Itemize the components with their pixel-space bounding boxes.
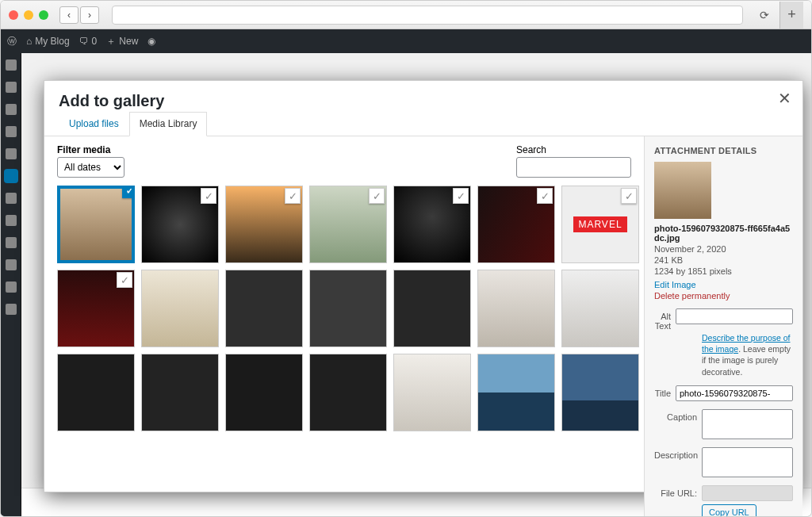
alt-text-label: Alt Text: [654, 308, 671, 331]
details-filename: photo-1596079320875-ff665fa4a5dc.jpg: [654, 224, 793, 243]
modal-body: Filter media All dates Search: [44, 136, 802, 517]
sidebar-collapse-icon[interactable]: [6, 304, 17, 315]
check-icon[interactable]: ✓: [453, 188, 469, 204]
sidebar-dashboard-icon[interactable]: [6, 59, 17, 71]
media-thumbnail[interactable]: [141, 354, 219, 431]
media-thumbnail[interactable]: ✓: [477, 186, 555, 263]
sidebar-settings-icon[interactable]: [6, 281, 17, 293]
browser-chrome: ‹ › ⟳ +: [1, 1, 811, 29]
thumbnail-grid: ✓ ✓ ✓ ✓ ✓ ✓ MARVEL✓ ✓: [57, 186, 631, 431]
reload-button[interactable]: ⟳: [756, 6, 773, 24]
media-thumbnail[interactable]: [477, 270, 555, 347]
file-url-readonly: [702, 485, 793, 501]
details-heading: ATTACHMENT DETAILS: [654, 146, 793, 155]
description-label: Description: [654, 447, 697, 460]
filter-label: Filter media: [57, 144, 124, 155]
alt-text-input[interactable]: [676, 308, 793, 324]
media-thumbnail[interactable]: ✓: [309, 186, 387, 263]
caption-textarea[interactable]: [702, 409, 793, 439]
sidebar-users-icon[interactable]: [6, 237, 17, 248]
check-icon[interactable]: ✓: [621, 188, 637, 204]
new-tab-button[interactable]: +: [779, 2, 803, 29]
sidebar-gallery-icon[interactable]: [6, 170, 17, 182]
media-thumbnail[interactable]: MARVEL✓: [561, 186, 639, 263]
title-input[interactable]: [676, 385, 793, 401]
media-frame: Filter media All dates Search: [44, 136, 644, 517]
check-icon[interactable]: ✓: [122, 186, 135, 198]
check-icon[interactable]: ✓: [201, 188, 216, 204]
search-input[interactable]: [516, 157, 631, 178]
check-icon[interactable]: ✓: [537, 188, 553, 204]
sidebar-plugins-icon[interactable]: [6, 215, 17, 226]
delete-permanently-link[interactable]: Delete permanently: [654, 291, 730, 301]
details-thumbnail: [654, 162, 711, 219]
file-url-label: File URL:: [654, 485, 697, 498]
modal-tabs: Upload files Media Library: [44, 112, 802, 136]
edit-image-link[interactable]: Edit Image: [654, 280, 696, 289]
sidebar-pages-icon[interactable]: [6, 126, 17, 137]
browser-window: ‹ › ⟳ + ⓦ ⌂ My Blog 🗨 0 ＋ New ◉: [0, 0, 812, 517]
wp-admin: ⓦ ⌂ My Blog 🗨 0 ＋ New ◉: [1, 29, 811, 516]
window-close-button[interactable]: [9, 10, 18, 20]
url-bar[interactable]: [112, 6, 743, 25]
media-thumbnail[interactable]: ✓: [57, 270, 135, 347]
media-thumbnail[interactable]: [225, 354, 303, 431]
check-icon[interactable]: ✓: [285, 188, 301, 204]
media-thumbnail[interactable]: [393, 270, 471, 347]
wp-body: Add to gallery ✕ Upload files Media Libr…: [1, 53, 811, 516]
details-dimensions: 1234 by 1851 pixels: [654, 266, 793, 276]
browser-forward-button[interactable]: ›: [80, 6, 99, 24]
title-label: Title: [654, 385, 671, 398]
media-thumbnail[interactable]: [561, 270, 639, 347]
copy-url-button[interactable]: Copy URL: [702, 504, 756, 517]
caption-label: Caption: [654, 409, 697, 422]
sidebar-tools-icon[interactable]: [6, 259, 17, 270]
alt-text-help: Describe the purpose of the image. Leave…: [702, 332, 793, 377]
window-zoom-button[interactable]: [39, 10, 48, 20]
media-modal: Add to gallery ✕ Upload files Media Libr…: [44, 80, 803, 492]
sidebar-media-icon[interactable]: [6, 104, 17, 115]
wp-admin-toolbar: ⓦ ⌂ My Blog 🗨 0 ＋ New ◉: [1, 29, 811, 53]
modal-title: Add to gallery: [59, 92, 788, 110]
media-thumbnail[interactable]: ✓: [57, 186, 135, 263]
modal-close-button[interactable]: ✕: [778, 89, 791, 108]
media-thumbnail[interactable]: [309, 354, 387, 431]
media-thumbnail[interactable]: [393, 354, 471, 431]
site-home-link[interactable]: ⌂ My Blog: [26, 36, 70, 47]
comments-link[interactable]: 🗨 0: [79, 36, 98, 47]
traffic-lights: [9, 10, 48, 20]
media-thumbnail[interactable]: [57, 354, 135, 431]
details-filesize: 241 KB: [654, 255, 793, 265]
media-thumbnail[interactable]: ✓: [141, 186, 219, 263]
media-thumbnail[interactable]: ✓: [225, 186, 303, 263]
wp-logo-icon[interactable]: ⓦ: [7, 35, 17, 48]
description-textarea[interactable]: [702, 447, 793, 477]
wp-content-area: Add to gallery ✕ Upload files Media Libr…: [21, 53, 811, 516]
browser-nav-buttons: ‹ ›: [59, 6, 99, 24]
details-date: November 2, 2020: [654, 244, 793, 254]
sidebar-comments-icon[interactable]: [6, 148, 17, 159]
view-icon[interactable]: ◉: [147, 36, 155, 47]
media-thumbnail[interactable]: [309, 270, 387, 347]
search-label: Search: [516, 144, 631, 155]
sidebar-posts-icon[interactable]: [6, 82, 17, 93]
search-group: Search: [516, 144, 631, 178]
new-content-link[interactable]: ＋ New: [106, 35, 138, 48]
site-name: My Blog: [35, 36, 69, 47]
tab-media-library[interactable]: Media Library: [129, 112, 208, 136]
check-icon[interactable]: ✓: [369, 188, 385, 204]
media-thumbnail[interactable]: ✓: [393, 186, 471, 263]
media-thumbnail[interactable]: [141, 270, 219, 347]
attachment-details: ATTACHMENT DETAILS photo-1596079320875-f…: [644, 136, 802, 517]
modal-header: Add to gallery ✕: [44, 81, 802, 112]
tab-upload-files[interactable]: Upload files: [59, 112, 129, 136]
window-minimize-button[interactable]: [24, 10, 33, 20]
media-toolbar: Filter media All dates Search: [57, 144, 631, 178]
sidebar-appearance-icon[interactable]: [6, 193, 17, 204]
media-thumbnail[interactable]: [477, 354, 555, 431]
check-icon[interactable]: ✓: [117, 272, 132, 288]
browser-back-button[interactable]: ‹: [59, 6, 79, 24]
filter-select[interactable]: All dates: [57, 157, 124, 178]
media-thumbnail[interactable]: [561, 354, 639, 431]
media-thumbnail[interactable]: [225, 270, 303, 347]
